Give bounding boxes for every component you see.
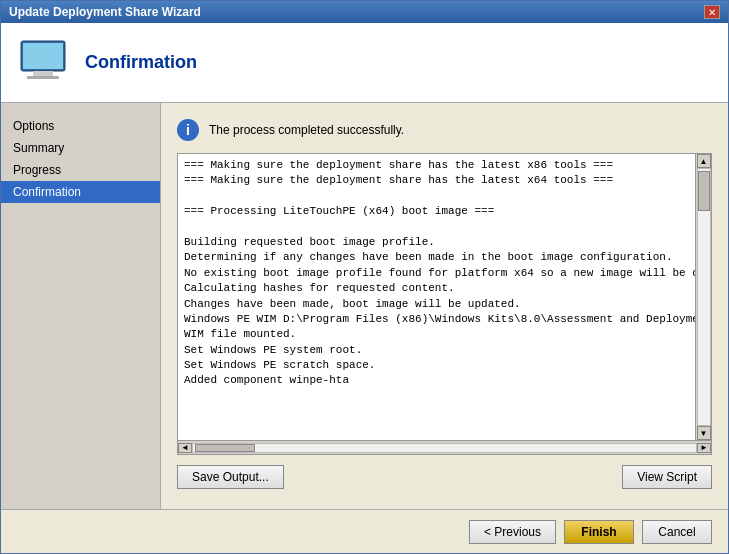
main-content: i The process completed successfully. ==… — [161, 103, 728, 509]
status-message: The process completed successfully. — [209, 123, 404, 137]
close-button[interactable]: ✕ — [704, 5, 720, 19]
scroll-track — [697, 168, 711, 426]
wizard-footer: < Previous Finish Cancel — [1, 509, 728, 553]
log-text: === Making sure the deployment share has… — [184, 158, 689, 389]
scroll-right-button[interactable]: ► — [697, 443, 711, 453]
sidebar-item-options[interactable]: Options — [1, 115, 160, 137]
previous-button[interactable]: < Previous — [469, 520, 556, 544]
horizontal-scrollbar[interactable]: ◄ ► — [178, 440, 711, 454]
svg-rect-1 — [23, 43, 63, 69]
scroll-up-button[interactable]: ▲ — [697, 154, 711, 168]
sidebar: Options Summary Progress Confirmation — [1, 103, 161, 509]
h-scroll-track — [192, 443, 697, 453]
title-bar: Update Deployment Share Wizard ✕ — [1, 1, 728, 23]
h-scroll-thumb[interactable] — [195, 444, 255, 452]
action-buttons-row: Save Output... View Script — [177, 465, 712, 489]
log-wrapper: === Making sure the deployment share has… — [178, 154, 711, 440]
sidebar-item-confirmation[interactable]: Confirmation — [1, 181, 160, 203]
scroll-left-button[interactable]: ◄ — [178, 443, 192, 453]
scroll-down-button[interactable]: ▼ — [697, 426, 711, 440]
info-icon: i — [177, 119, 199, 141]
wizard-window: Update Deployment Share Wizard ✕ Confirm… — [0, 0, 729, 554]
log-area-container: === Making sure the deployment share has… — [177, 153, 712, 455]
wizard-header: Confirmation — [1, 23, 728, 103]
svg-rect-3 — [27, 76, 59, 79]
log-area[interactable]: === Making sure the deployment share has… — [178, 154, 695, 440]
view-script-button[interactable]: View Script — [622, 465, 712, 489]
save-output-button[interactable]: Save Output... — [177, 465, 284, 489]
scroll-thumb[interactable] — [698, 171, 710, 211]
sidebar-item-progress[interactable]: Progress — [1, 159, 160, 181]
status-row: i The process completed successfully. — [177, 119, 712, 141]
computer-icon — [17, 37, 69, 89]
wizard-body: Options Summary Progress Confirmation i … — [1, 103, 728, 509]
page-title: Confirmation — [85, 52, 197, 73]
sidebar-item-summary[interactable]: Summary — [1, 137, 160, 159]
finish-button[interactable]: Finish — [564, 520, 634, 544]
svg-rect-2 — [33, 71, 53, 76]
window-title: Update Deployment Share Wizard — [9, 5, 201, 19]
cancel-button[interactable]: Cancel — [642, 520, 712, 544]
vertical-scrollbar[interactable]: ▲ ▼ — [695, 154, 711, 440]
